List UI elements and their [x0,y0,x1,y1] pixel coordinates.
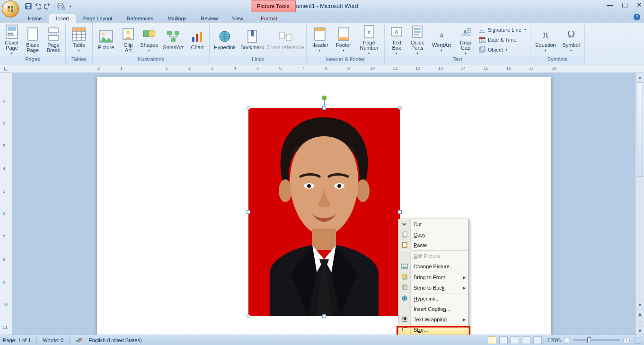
date-time-button[interactable]: 5Date & Time [478,35,526,44]
zoom-slider[interactable] [573,339,620,341]
svg-rect-60 [403,232,407,236]
shapes-button[interactable]: Shapes [139,24,159,55]
proofing-icon[interactable] [75,336,83,344]
zoom-out-button[interactable]: − [564,337,570,344]
resize-handle-w[interactable] [247,210,250,214]
tab-home[interactable]: Home [21,14,49,23]
scroll-up-button[interactable]: ▲ [636,73,644,81]
resize-handle-s[interactable] [322,314,326,318]
svg-rect-43 [414,31,421,33]
footer-button[interactable]: Footer [332,24,355,55]
svg-point-18 [102,33,105,35]
status-language[interactable]: English (United States) [88,337,142,343]
view-full-screen[interactable] [499,336,508,344]
ctx-paste[interactable]: Paste [398,240,468,250]
browse-prev-button[interactable]: ▲ [636,309,644,318]
resize-handle-ne[interactable] [398,106,402,110]
textbox-button[interactable]: AText Box [387,24,406,55]
scroll-thumb[interactable] [637,82,643,177]
symbol-button[interactable]: ΩSymbol [560,24,582,55]
ribbon: Cover Page Blank Page Page Break Pages T… [0,23,644,64]
quickparts-button[interactable]: Quick Parts [407,24,427,55]
view-web-layout[interactable] [511,336,519,344]
tab-mailings[interactable]: Mailings [160,14,194,23]
status-page[interactable]: Page: 1 of 1 [3,337,31,343]
vertical-ruler[interactable]: 1234567891011 [0,73,12,335]
wordart-button[interactable]: AWordArt [428,24,455,55]
view-outline[interactable] [522,336,530,344]
browse-next-button[interactable]: ▼ [636,326,644,335]
group-text: AText Box Quick Parts AWordArt ADrop Cap… [385,23,530,64]
group-tables: Table Tables [66,23,93,64]
cover-page-button[interactable]: Cover Page [2,24,22,55]
change-picture-icon [401,263,408,270]
crossref-button[interactable]: Cross-reference [266,24,304,55]
object-button[interactable]: Object▾ [478,45,526,54]
svg-rect-28 [200,32,202,42]
table-button[interactable]: Table [68,24,90,55]
group-pages: Cover Page Blank Page Page Break Pages [0,23,66,64]
resize-handle-nw[interactable] [247,106,250,110]
tab-selector[interactable] [0,64,12,73]
zoom-level[interactable]: 120% [547,337,561,343]
save-icon[interactable] [25,2,32,10]
horizontal-ruler[interactable]: 21123456789101112131415161718 [12,64,644,73]
ctx-size[interactable]: Size... [398,325,469,335]
ctx-hyperlink[interactable]: Hyperlink... [398,293,468,304]
blank-page-button[interactable]: Blank Page [23,24,43,55]
selected-picture[interactable] [248,108,400,316]
zoom-fit-button[interactable] [635,337,641,344]
svg-point-0 [6,5,15,13]
resize-handle-e[interactable] [398,210,402,214]
view-print-layout[interactable] [488,336,496,344]
print-preview-icon[interactable] [57,2,65,10]
ctx-cut[interactable]: ✂Cut [398,219,468,230]
smartart-button[interactable]: SmartArt [160,24,186,55]
vertical-scrollbar[interactable]: ▲ ▼ ▲ ○ ▼ [635,73,644,335]
tab-insert[interactable]: Insert [49,14,76,23]
page-break-button[interactable]: Page Break [44,24,63,55]
tab-review[interactable]: Review [194,14,225,23]
tab-references[interactable]: References [120,14,160,23]
maximize-button[interactable]: ▢ [622,1,628,9]
header-button[interactable]: Header [309,24,331,55]
bookmark-button[interactable]: Bookmark [239,24,265,55]
tab-view[interactable]: View [225,14,250,23]
tab-page-layout[interactable]: Page Layout [76,14,120,23]
zoom-in-button[interactable]: + [623,337,630,344]
ctx-change-picture[interactable]: Change Picture... [398,261,468,272]
qat-customize-icon[interactable]: ▾ [67,2,74,10]
minimize-button[interactable]: — [607,1,613,9]
signature-line-button[interactable]: Signature Line▾ [478,25,526,35]
view-draft[interactable] [533,336,542,344]
tab-format[interactable]: Format [251,14,287,23]
picture-button[interactable]: Picture [95,24,117,55]
ctx-text-wrapping[interactable]: Text Wrapping▶ [398,314,468,325]
ctx-insert-caption[interactable]: Insert Caption... [398,304,468,314]
undo-icon[interactable] [34,2,42,10]
ctx-send-to-back[interactable]: Send to Back▶ [398,283,468,293]
ctx-bring-to-front[interactable]: Bring to Front▶ [398,272,468,283]
svg-rect-26 [192,37,194,42]
pagenumber-button[interactable]: #Page Number [356,24,382,55]
dropcap-button[interactable]: ADrop Cap [456,24,476,55]
page-scroll-area[interactable]: ✂Cut Copy Paste Edit Picture Change Pict… [12,73,635,335]
redo-icon[interactable] [44,2,51,10]
clipart-button[interactable]: Clip Art [118,24,138,55]
browse-object-button[interactable]: ○ [636,318,644,326]
hyperlink-button[interactable]: Hyperlink [212,24,238,55]
help-icon[interactable]: ? [634,14,640,20]
equation-button[interactable]: πEquation [532,24,559,55]
status-words[interactable]: Words: 0 [43,337,63,343]
ctx-copy[interactable]: Copy [398,230,468,240]
resize-handle-sw[interactable] [247,314,250,318]
svg-point-7 [63,7,65,9]
office-button[interactable] [2,0,19,18]
resize-handle-n[interactable] [322,106,326,110]
scroll-down-button[interactable]: ▼ [636,301,644,309]
close-button[interactable]: ✕ [636,1,642,9]
chart-button[interactable]: Chart [187,24,207,55]
rotate-handle[interactable] [322,96,326,100]
zoom-slider-knob[interactable] [587,337,591,343]
svg-rect-31 [280,32,284,39]
